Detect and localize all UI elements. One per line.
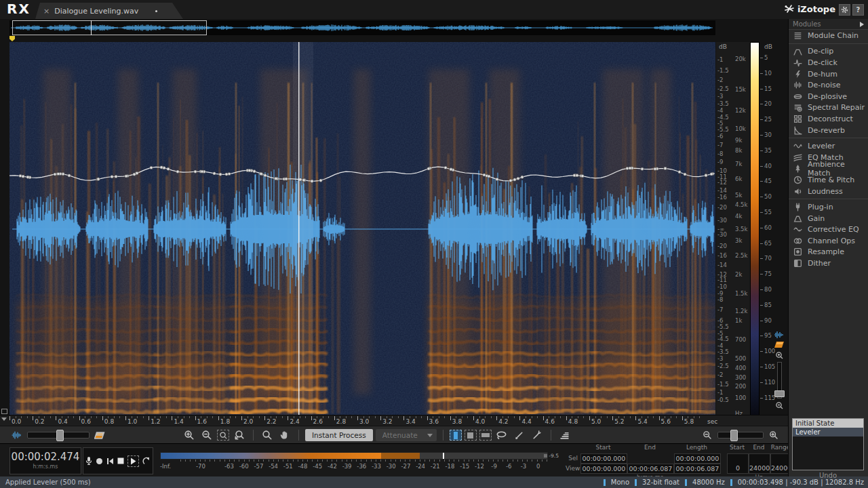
module-item-de-plosive[interactable]: De-plosive <box>789 91 868 102</box>
module-item-gain[interactable]: Gain <box>789 213 868 224</box>
colorbar-label: 35 <box>760 147 772 154</box>
module-item-resample[interactable]: Resample <box>789 247 868 258</box>
module-item-de-hum[interactable]: De-hum <box>789 68 868 80</box>
module-item-de-noise[interactable]: De-noise <box>789 79 868 91</box>
zoom-out-button[interactable] <box>199 428 214 442</box>
ruler-major-tick <box>311 416 312 420</box>
ruler-major-tick <box>659 416 660 420</box>
meter-scale-label: -30 <box>387 463 396 470</box>
grab-hand-tool-button[interactable] <box>277 428 292 442</box>
modules-panel-header[interactable]: Modules <box>789 19 868 30</box>
module-item-corrective-eq[interactable]: Corrective EQ <box>789 224 868 236</box>
history-docker-icon[interactable] <box>557 428 572 442</box>
meter-tick <box>483 460 484 462</box>
spectrogram-view[interactable] <box>9 42 715 415</box>
freq-scale-label: 3k <box>735 237 742 244</box>
magic-wand-tool[interactable] <box>530 428 545 442</box>
freq-scale-label: 10k <box>735 125 746 132</box>
module-item-plug-in[interactable]: Plug-in <box>789 201 868 213</box>
loop-playback-button[interactable] <box>142 457 151 465</box>
meter-tick <box>517 460 518 462</box>
freq-scale-label: 8k <box>735 147 742 154</box>
hz-field-box[interactable]: 0 <box>727 453 749 474</box>
ruler-minor-tick <box>583 416 584 418</box>
horizontal-zoom-in-icon[interactable] <box>766 428 781 442</box>
colorbar-label: 5 <box>760 54 768 61</box>
panel-collapse-arrow-icon[interactable] <box>860 22 864 27</box>
modules-panel: Modules Module ChainDe-clipDe-clickDe-hu… <box>788 19 868 476</box>
tab-close-icon[interactable]: × <box>43 7 50 15</box>
undo-history-item[interactable]: Initial State <box>793 419 863 428</box>
help-button[interactable]: ? <box>852 4 864 16</box>
stop-button[interactable] <box>117 458 124 464</box>
ruler-corner-arrow-icon <box>1 418 7 421</box>
module-item-channel-ops[interactable]: Channel Ops <box>789 235 868 247</box>
sel-start-field[interactable]: 00:00:00.000 <box>580 453 627 464</box>
waveform-spectrogram-blend-slider[interactable] <box>27 432 90 439</box>
horizontal-zoom-slider[interactable] <box>717 432 764 439</box>
clip-indicator[interactable] <box>544 454 547 458</box>
module-item-deconstruct[interactable]: Deconstruct <box>789 113 868 125</box>
colorbar-label: 30 <box>760 131 772 138</box>
view-start-field[interactable]: 00:00:00.000 <box>580 464 627 474</box>
module-item-label: Corrective EQ <box>808 225 859 234</box>
return-to-start-button[interactable] <box>106 458 114 465</box>
horizontal-zoom-out-icon[interactable] <box>700 428 715 442</box>
attenuate-dropdown[interactable]: Attenuate <box>376 429 437 441</box>
vertical-zoom-out-icon[interactable] <box>775 401 784 410</box>
time-frequency-selection-tool[interactable] <box>465 430 477 441</box>
magnify-tool-button[interactable] <box>260 428 275 442</box>
meter-tick <box>458 460 459 462</box>
waveform-display-icon[interactable] <box>774 331 785 339</box>
module-item-de-reverb[interactable]: De-reverb <box>789 125 868 136</box>
hz-field-box[interactable]: 24000 <box>749 453 770 474</box>
record-button[interactable] <box>96 458 103 465</box>
lasso-selection-tool[interactable] <box>494 428 509 442</box>
ruler-minor-tick <box>607 416 608 418</box>
module-item-label: Time & Pitch <box>808 176 854 184</box>
record-monitor-mic-button[interactable] <box>85 456 92 466</box>
meter-tick <box>234 460 235 462</box>
ruler-minor-tick <box>27 416 28 418</box>
play-button[interactable] <box>127 455 139 467</box>
time-selection-tool[interactable] <box>450 430 462 441</box>
brush-selection-tool[interactable] <box>512 428 527 442</box>
freq-scale-label: 2k <box>735 271 742 278</box>
undo-history-panel[interactable]: Initial StateLeveler <box>792 418 864 470</box>
spectrogram-display-icon[interactable] <box>774 341 785 348</box>
sel-length-field[interactable]: 00:00:00.000 <box>674 453 721 464</box>
vertical-zoom-slider-handle[interactable] <box>774 390 785 397</box>
module-item-leveler[interactable]: Leveler <box>789 140 868 152</box>
document-tab[interactable]: × Dialogue Leveling.wav <box>35 3 183 19</box>
meter-tick <box>278 460 279 462</box>
horizontal-zoom-slider-handle[interactable] <box>730 430 738 441</box>
blend-slider-handle[interactable] <box>56 430 64 441</box>
frequency-selection-tool[interactable] <box>479 430 492 441</box>
ruler-minor-tick <box>119 416 120 418</box>
view-end-field[interactable]: 00:00:06.087 <box>627 464 674 474</box>
marker-flag[interactable] <box>9 36 15 41</box>
zoom-in-button[interactable] <box>182 428 197 442</box>
overview-waveform-strip[interactable] <box>9 20 715 35</box>
module-item-label: Loudness <box>808 187 843 196</box>
view-length-field[interactable]: 00:00:06.087 <box>674 464 721 474</box>
module-item-dither[interactable]: Dither <box>789 258 868 269</box>
settings-button[interactable] <box>839 4 850 16</box>
zoom-reset-button[interactable] <box>232 428 247 442</box>
zoom-selection-button[interactable] <box>217 430 229 441</box>
overview-view-rect[interactable] <box>12 20 207 35</box>
module-item-module-chain[interactable]: Module Chain <box>789 30 868 41</box>
module-item-de-click[interactable]: De-click <box>789 57 868 68</box>
module-item-loudness[interactable]: Loudness <box>789 186 868 197</box>
undo-history-item[interactable]: Leveler <box>793 428 863 436</box>
module-item-ambience-match[interactable]: Ambience Match <box>789 163 868 175</box>
module-item-de-clip[interactable]: De-clip <box>789 46 868 58</box>
status-message: Applied Leveler (500 ms) <box>5 479 604 486</box>
meter-tick <box>405 460 406 462</box>
meter-tick <box>498 460 498 462</box>
time-ruler[interactable]: 0.00.20.40.60.81.01.21.41.61.82.02.22.42… <box>0 415 788 426</box>
module-item-spectral-repair[interactable]: Spectral Repair <box>789 102 868 114</box>
vertical-zoom-slider[interactable] <box>777 362 782 399</box>
vertical-zoom-in-icon[interactable] <box>775 351 784 360</box>
instant-process-button[interactable]: Instant Process <box>305 429 373 441</box>
